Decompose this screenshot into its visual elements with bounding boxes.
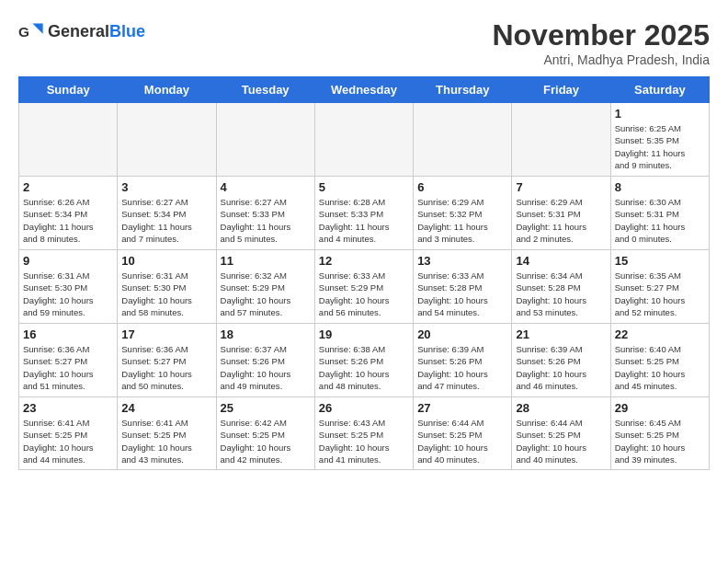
- day-info: Sunrise: 6:30 AM Sunset: 5:31 PM Dayligh…: [615, 196, 705, 245]
- table-row: [19, 103, 118, 177]
- header-tuesday: Tuesday: [216, 77, 314, 103]
- day-info: Sunrise: 6:35 AM Sunset: 5:27 PM Dayligh…: [615, 270, 705, 318]
- table-row: 25Sunrise: 6:42 AM Sunset: 5:25 PM Dayli…: [216, 397, 314, 470]
- table-row: 4Sunrise: 6:27 AM Sunset: 5:33 PM Daylig…: [216, 177, 314, 250]
- day-number: 17: [121, 327, 211, 341]
- day-info: Sunrise: 6:28 AM Sunset: 5:33 PM Dayligh…: [319, 196, 409, 245]
- day-number: 18: [221, 327, 311, 341]
- table-row: 1Sunrise: 6:25 AM Sunset: 5:35 PM Daylig…: [610, 103, 709, 177]
- day-info: Sunrise: 6:41 AM Sunset: 5:25 PM Dayligh…: [23, 417, 113, 465]
- day-number: 28: [516, 401, 606, 415]
- day-number: 2: [23, 180, 113, 194]
- day-info: Sunrise: 6:31 AM Sunset: 5:30 PM Dayligh…: [121, 270, 211, 318]
- svg-marker-1: [32, 24, 42, 34]
- table-row: 27Sunrise: 6:44 AM Sunset: 5:25 PM Dayli…: [414, 397, 512, 470]
- day-info: Sunrise: 6:33 AM Sunset: 5:29 PM Dayligh…: [319, 270, 409, 318]
- day-number: 10: [121, 254, 211, 268]
- table-row: [414, 103, 512, 177]
- table-row: [118, 103, 216, 177]
- table-row: 14Sunrise: 6:34 AM Sunset: 5:28 PM Dayli…: [512, 250, 610, 324]
- day-number: 19: [319, 327, 409, 341]
- table-row: 15Sunrise: 6:35 AM Sunset: 5:27 PM Dayli…: [610, 250, 709, 324]
- day-number: 16: [23, 327, 113, 341]
- table-row: 9Sunrise: 6:31 AM Sunset: 5:30 PM Daylig…: [19, 250, 118, 324]
- logo-icon: G: [18, 18, 44, 44]
- table-row: 11Sunrise: 6:32 AM Sunset: 5:29 PM Dayli…: [216, 250, 314, 324]
- header-wednesday: Wednesday: [314, 77, 413, 103]
- logo: G GeneralBlue: [18, 18, 145, 44]
- day-number: 3: [121, 180, 211, 194]
- day-number: 11: [221, 254, 311, 268]
- day-number: 12: [319, 254, 409, 268]
- table-row: 17Sunrise: 6:36 AM Sunset: 5:27 PM Dayli…: [118, 324, 216, 397]
- day-number: 15: [615, 254, 705, 268]
- day-info: Sunrise: 6:36 AM Sunset: 5:27 PM Dayligh…: [23, 343, 113, 392]
- day-number: 20: [417, 327, 507, 341]
- table-row: 21Sunrise: 6:39 AM Sunset: 5:26 PM Dayli…: [512, 324, 610, 397]
- day-info: Sunrise: 6:38 AM Sunset: 5:26 PM Dayligh…: [319, 343, 409, 392]
- table-row: 3Sunrise: 6:27 AM Sunset: 5:34 PM Daylig…: [118, 177, 216, 250]
- day-info: Sunrise: 6:44 AM Sunset: 5:25 PM Dayligh…: [417, 417, 507, 465]
- month-title: November 2025: [492, 18, 710, 52]
- logo-text: GeneralBlue: [48, 22, 145, 41]
- table-row: 8Sunrise: 6:30 AM Sunset: 5:31 PM Daylig…: [610, 177, 709, 250]
- calendar-table: Sunday Monday Tuesday Wednesday Thursday…: [18, 76, 710, 470]
- day-info: Sunrise: 6:41 AM Sunset: 5:25 PM Dayligh…: [121, 417, 211, 465]
- title-section: November 2025 Antri, Madhya Pradesh, Ind…: [492, 18, 710, 67]
- table-row: 16Sunrise: 6:36 AM Sunset: 5:27 PM Dayli…: [19, 324, 118, 397]
- day-number: 7: [516, 180, 606, 194]
- table-row: 12Sunrise: 6:33 AM Sunset: 5:29 PM Dayli…: [314, 250, 413, 324]
- day-info: Sunrise: 6:43 AM Sunset: 5:25 PM Dayligh…: [319, 417, 409, 465]
- day-number: 29: [615, 401, 705, 415]
- day-info: Sunrise: 6:45 AM Sunset: 5:25 PM Dayligh…: [615, 417, 705, 465]
- table-row: 10Sunrise: 6:31 AM Sunset: 5:30 PM Dayli…: [118, 250, 216, 324]
- day-number: 27: [417, 401, 507, 415]
- table-row: [512, 103, 610, 177]
- day-number: 8: [615, 180, 705, 194]
- day-number: 4: [221, 180, 311, 194]
- table-row: 13Sunrise: 6:33 AM Sunset: 5:28 PM Dayli…: [414, 250, 512, 324]
- day-number: 21: [516, 327, 606, 341]
- day-number: 6: [417, 180, 507, 194]
- header-friday: Friday: [512, 77, 610, 103]
- day-info: Sunrise: 6:36 AM Sunset: 5:27 PM Dayligh…: [121, 343, 211, 392]
- header-saturday: Saturday: [610, 77, 709, 103]
- day-info: Sunrise: 6:39 AM Sunset: 5:26 PM Dayligh…: [516, 343, 606, 392]
- location-subtitle: Antri, Madhya Pradesh, India: [492, 52, 710, 67]
- day-number: 1: [615, 107, 705, 121]
- day-number: 25: [221, 401, 311, 415]
- day-info: Sunrise: 6:25 AM Sunset: 5:35 PM Dayligh…: [615, 122, 705, 171]
- day-info: Sunrise: 6:40 AM Sunset: 5:25 PM Dayligh…: [615, 343, 705, 392]
- day-info: Sunrise: 6:42 AM Sunset: 5:25 PM Dayligh…: [221, 417, 311, 465]
- day-info: Sunrise: 6:29 AM Sunset: 5:32 PM Dayligh…: [417, 196, 507, 245]
- day-info: Sunrise: 6:27 AM Sunset: 5:34 PM Dayligh…: [121, 196, 211, 245]
- table-row: 2Sunrise: 6:26 AM Sunset: 5:34 PM Daylig…: [19, 177, 118, 250]
- day-info: Sunrise: 6:39 AM Sunset: 5:26 PM Dayligh…: [417, 343, 507, 392]
- table-row: 26Sunrise: 6:43 AM Sunset: 5:25 PM Dayli…: [314, 397, 413, 470]
- header-monday: Monday: [118, 77, 216, 103]
- table-row: 29Sunrise: 6:45 AM Sunset: 5:25 PM Dayli…: [610, 397, 709, 470]
- table-row: 18Sunrise: 6:37 AM Sunset: 5:26 PM Dayli…: [216, 324, 314, 397]
- day-number: 9: [23, 254, 113, 268]
- table-row: 28Sunrise: 6:44 AM Sunset: 5:25 PM Dayli…: [512, 397, 610, 470]
- day-info: Sunrise: 6:37 AM Sunset: 5:26 PM Dayligh…: [221, 343, 311, 392]
- day-number: 13: [417, 254, 507, 268]
- header-sunday: Sunday: [19, 77, 118, 103]
- day-info: Sunrise: 6:31 AM Sunset: 5:30 PM Dayligh…: [23, 270, 113, 318]
- svg-text:G: G: [18, 24, 29, 40]
- day-info: Sunrise: 6:27 AM Sunset: 5:33 PM Dayligh…: [221, 196, 311, 245]
- day-number: 26: [319, 401, 409, 415]
- day-number: 14: [516, 254, 606, 268]
- day-number: 5: [319, 180, 409, 194]
- table-row: 22Sunrise: 6:40 AM Sunset: 5:25 PM Dayli…: [610, 324, 709, 397]
- header-thursday: Thursday: [414, 77, 512, 103]
- day-info: Sunrise: 6:32 AM Sunset: 5:29 PM Dayligh…: [221, 270, 311, 318]
- table-row: [314, 103, 413, 177]
- day-number: 24: [121, 401, 211, 415]
- day-info: Sunrise: 6:33 AM Sunset: 5:28 PM Dayligh…: [417, 270, 507, 318]
- table-row: 7Sunrise: 6:29 AM Sunset: 5:31 PM Daylig…: [512, 177, 610, 250]
- table-row: [216, 103, 314, 177]
- day-info: Sunrise: 6:34 AM Sunset: 5:28 PM Dayligh…: [516, 270, 606, 318]
- table-row: 24Sunrise: 6:41 AM Sunset: 5:25 PM Dayli…: [118, 397, 216, 470]
- weekday-header-row: Sunday Monday Tuesday Wednesday Thursday…: [19, 77, 710, 103]
